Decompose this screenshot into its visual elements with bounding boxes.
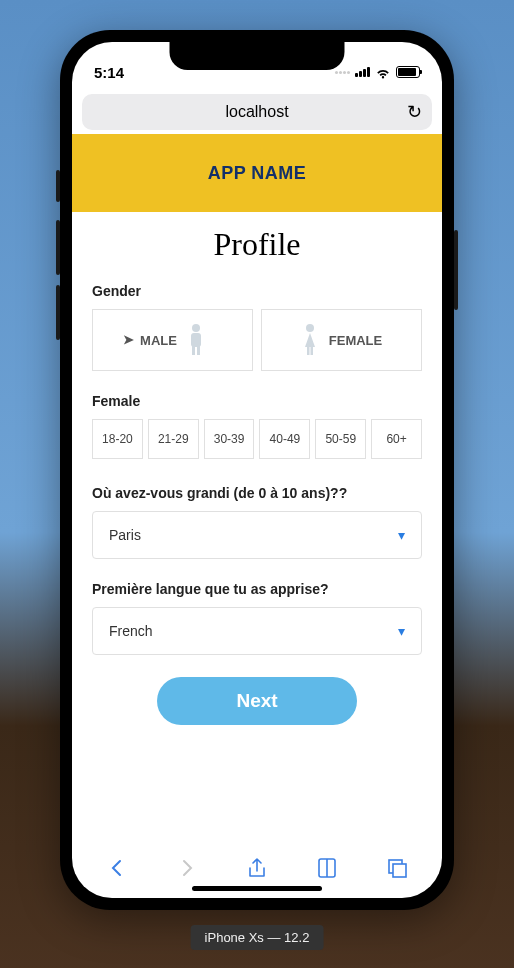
male-icon <box>187 323 205 357</box>
next-label: Next <box>236 690 277 712</box>
app-name: APP NAME <box>208 163 307 184</box>
age-btn-3[interactable]: 40-49 <box>259 419 310 459</box>
chevron-down-icon: ▾ <box>398 527 405 543</box>
next-button[interactable]: Next <box>157 677 357 725</box>
chevron-down-icon: ▾ <box>398 623 405 639</box>
notch <box>170 42 345 70</box>
back-icon[interactable] <box>105 856 129 880</box>
svg-rect-6 <box>310 346 313 355</box>
battery-icon <box>396 66 420 78</box>
female-icon <box>301 323 319 357</box>
reload-icon[interactable]: ↻ <box>407 101 422 123</box>
age-range-row: 18-20 21-29 30-39 40-49 50-59 60+ <box>92 419 422 459</box>
volume-down <box>56 285 60 340</box>
age-label: Female <box>92 393 422 409</box>
language-value: French <box>109 623 153 639</box>
cellular-signal-icon <box>355 67 370 77</box>
svg-rect-1 <box>191 333 201 347</box>
mute-switch <box>56 170 60 202</box>
share-icon[interactable] <box>245 856 269 880</box>
svg-point-4 <box>306 324 314 332</box>
gender-male-button[interactable]: ➤ MALE <box>92 309 253 371</box>
status-time: 5:14 <box>94 64 124 81</box>
svg-rect-5 <box>307 346 310 355</box>
phone-frame: 5:14 localhost ↻ APP NAME Profile Gender <box>60 30 454 910</box>
device-label: iPhone Xs — 12.2 <box>191 925 324 950</box>
gender-label: Gender <box>92 283 422 299</box>
origin-value: Paris <box>109 527 141 543</box>
screen: 5:14 localhost ↻ APP NAME Profile Gender <box>72 42 442 898</box>
language-select[interactable]: French ▾ <box>92 607 422 655</box>
age-btn-1[interactable]: 21-29 <box>148 419 199 459</box>
age-btn-4[interactable]: 50-59 <box>315 419 366 459</box>
gender-male-label: MALE <box>140 333 177 348</box>
origin-select[interactable]: Paris ▾ <box>92 511 422 559</box>
forward-icon <box>175 856 199 880</box>
power-button <box>454 230 458 310</box>
svg-rect-8 <box>393 864 406 877</box>
status-dots-icon <box>335 71 350 74</box>
age-btn-2[interactable]: 30-39 <box>204 419 255 459</box>
language-label: Première langue que tu as apprise? <box>92 581 422 597</box>
svg-rect-2 <box>192 345 195 355</box>
volume-up <box>56 220 60 275</box>
bookmarks-icon[interactable] <box>315 856 339 880</box>
tabs-icon[interactable] <box>385 856 409 880</box>
age-btn-0[interactable]: 18-20 <box>92 419 143 459</box>
home-indicator[interactable] <box>192 886 322 891</box>
wifi-icon <box>375 66 391 78</box>
svg-point-0 <box>192 324 200 332</box>
page-title: Profile <box>92 226 422 263</box>
content: Profile Gender ➤ MALE FEMALE Female 18-2… <box>72 212 442 838</box>
cursor-icon: ➤ <box>123 332 134 347</box>
gender-female-button[interactable]: FEMALE <box>261 309 422 371</box>
gender-female-label: FEMALE <box>329 333 382 348</box>
address-bar[interactable]: localhost ↻ <box>82 94 432 130</box>
svg-rect-3 <box>197 345 200 355</box>
origin-label: Où avez-vous grandi (de 0 à 10 ans)?? <box>92 485 422 501</box>
age-btn-5[interactable]: 60+ <box>371 419 422 459</box>
app-header: APP NAME <box>72 134 442 212</box>
url-text: localhost <box>225 103 288 121</box>
